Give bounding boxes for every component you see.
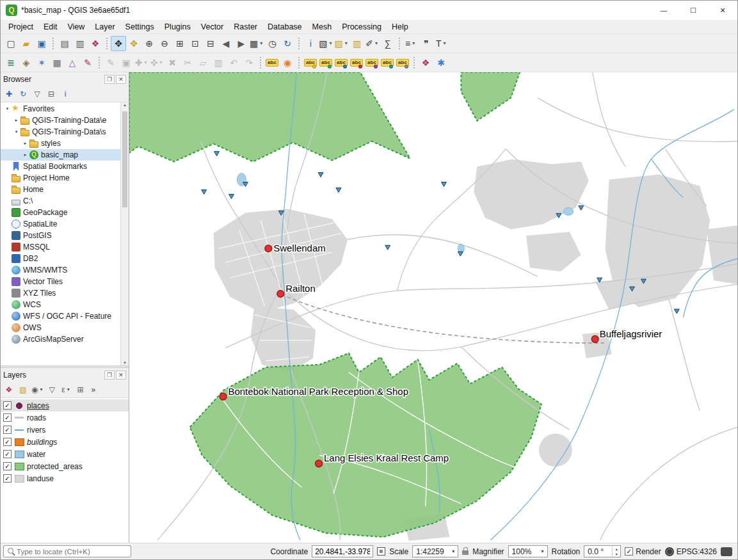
extents-toggle-icon[interactable] xyxy=(377,547,385,556)
coordinate-input[interactable] xyxy=(312,545,373,557)
zoom-in-button[interactable]: ⊕ xyxy=(141,36,157,51)
pan-map-to-selection-button[interactable]: ✥ xyxy=(126,36,141,51)
menu-item-plugins[interactable]: Plugins xyxy=(159,20,196,33)
layer-item-rivers[interactable]: ✓rivers xyxy=(1,424,129,436)
layers-close-button[interactable]: ✕ xyxy=(116,371,126,380)
layers-toolbar-overflow-button[interactable]: » xyxy=(89,385,97,394)
delete-selected-button[interactable]: ✖ xyxy=(164,55,180,70)
map-canvas[interactable]: Swellendam Railton Buffeljagsrivier Bont… xyxy=(129,72,737,543)
expander-icon[interactable]: ▸ xyxy=(21,152,29,157)
browser-item-vector-tiles[interactable]: Vector Tiles xyxy=(1,276,120,287)
menu-item-settings[interactable]: Settings xyxy=(120,20,159,33)
browser-scrollbar[interactable]: ▴ ▾ xyxy=(120,102,129,365)
layer-item-water[interactable]: ✓water xyxy=(1,448,129,460)
scale-dropdown-icon[interactable]: ▾ xyxy=(449,548,458,554)
zoom-to-layer-button[interactable]: ⊟ xyxy=(203,36,218,51)
scale-lock-icon[interactable] xyxy=(462,550,469,555)
scroll-down-icon[interactable]: ▾ xyxy=(124,360,126,365)
place-marker-railton[interactable] xyxy=(277,291,284,298)
place-marker-buffeljagsrivier[interactable] xyxy=(591,335,598,342)
map-tips-button[interactable]: ❞ xyxy=(419,36,434,51)
layer-checkbox[interactable]: ✓ xyxy=(3,413,12,422)
undo-button[interactable]: ↶ xyxy=(226,55,241,70)
statistical-summary-button[interactable]: ∑ xyxy=(380,36,396,51)
maximize-button[interactable]: ☐ xyxy=(678,1,708,20)
layer-checkbox[interactable]: ✓ xyxy=(3,401,12,410)
processing-toolbox-button[interactable]: ✱ xyxy=(433,55,449,70)
messages-icon[interactable] xyxy=(721,547,732,556)
layer-checkbox[interactable]: ✓ xyxy=(3,438,12,446)
filter-legend-button[interactable]: ▽ xyxy=(45,383,58,396)
browser-item-favorites[interactable]: ▾Favorites xyxy=(1,103,120,115)
measure-dropdown-icon[interactable]: ▾ xyxy=(374,40,379,46)
place-marker-bontebok[interactable] xyxy=(220,393,227,400)
browser-item-wfs-ogc-api-feature[interactable]: WFS / OGC API - Feature xyxy=(1,310,120,322)
browser-item-basic-map[interactable]: ▸basic_map xyxy=(1,149,120,161)
temporal-controller-button[interactable]: ◷ xyxy=(264,36,280,51)
filter-by-expression-dropdown-icon[interactable]: ▾ xyxy=(66,387,71,392)
menu-item-layer[interactable]: Layer xyxy=(90,20,120,33)
attributes-toolbar-dropdown-icon[interactable]: ▾ xyxy=(411,40,416,46)
open-layer-styling-panel-button[interactable]: ❖ xyxy=(3,383,15,396)
layer-item-roads[interactable]: ✓roads xyxy=(1,412,129,424)
layer-styling-dock-button[interactable]: ❖ xyxy=(418,55,433,70)
menu-item-mesh[interactable]: Mesh xyxy=(307,20,337,33)
expander-icon[interactable]: ▾ xyxy=(12,129,20,134)
browser-item-spatial-bookmarks[interactable]: Spatial Bookmarks xyxy=(1,161,120,172)
new-map-view-button[interactable]: ▦▾ xyxy=(249,36,264,51)
expander-icon[interactable]: ▸ xyxy=(21,141,29,146)
filter-browser-button[interactable]: ▽ xyxy=(31,88,44,100)
text-annotation-dropdown-icon[interactable]: ▾ xyxy=(442,40,447,46)
crs-group[interactable]: EPSG:4326 xyxy=(665,547,717,556)
add-group-button[interactable]: ▧ xyxy=(17,383,29,396)
vertex-tool-dropdown-icon[interactable]: ▾ xyxy=(158,60,163,65)
new-project-button[interactable]: ▢ xyxy=(3,36,19,51)
refresh-browser-button[interactable]: ↻ xyxy=(17,88,29,100)
collapse-all-button[interactable]: ⊟ xyxy=(45,88,58,100)
open-project-button[interactable]: ▰ xyxy=(19,36,34,51)
new-annotation-layer-button[interactable]: ✎ xyxy=(80,55,95,70)
new-spatialite-layer-button[interactable]: ✶ xyxy=(34,55,49,70)
layer-diagram-options-button[interactable]: ◉ xyxy=(280,55,295,70)
layer-item-protected_areas[interactable]: ✓protected_areas xyxy=(1,460,129,472)
spin-down-icon[interactable]: ▾ xyxy=(613,552,620,557)
browser-item-home[interactable]: Home xyxy=(1,184,120,195)
new-map-view-dropdown-icon[interactable]: ▾ xyxy=(259,40,264,46)
render-checkbox[interactable]: ✓ xyxy=(625,547,633,556)
expand-collapse-all-button[interactable]: ⊞ xyxy=(74,383,86,396)
identify-features-button[interactable]: i xyxy=(303,36,318,51)
browser-item-wms-wmts[interactable]: WMS/WMTS xyxy=(1,264,120,276)
scroll-up-icon[interactable]: ▴ xyxy=(124,102,126,108)
menu-item-raster[interactable]: Raster xyxy=(229,20,262,33)
select-by-form-button[interactable]: ▥ xyxy=(349,36,365,51)
refresh-map-button[interactable]: ↻ xyxy=(280,36,295,51)
map-svg[interactable]: Swellendam Railton Buffeljagsrivier Bont… xyxy=(129,72,737,543)
move-label-button[interactable]: abc xyxy=(364,55,380,70)
spin-up-icon[interactable]: ▴ xyxy=(613,547,620,552)
browser-item-qgis-training-data-e[interactable]: ▸QGIS-Training-Data\e xyxy=(1,115,120,126)
highlight-pinned-labels-button[interactable]: abc xyxy=(303,55,318,70)
browser-item-postgis[interactable]: PostGIS xyxy=(1,230,120,241)
zoom-last-button[interactable]: ◀ xyxy=(218,36,234,51)
rotation-spin-buttons[interactable]: ▴ ▾ xyxy=(612,547,620,557)
browser-item-c[interactable]: C:\ xyxy=(1,195,120,207)
browser-item-xyz-tiles[interactable]: XYZ Tiles xyxy=(1,287,120,299)
rotation-spinbox[interactable]: 0.0 ° ▴ ▾ xyxy=(584,545,621,557)
browser-item-project-home[interactable]: Project Home xyxy=(1,172,120,184)
menu-item-edit[interactable]: Edit xyxy=(38,20,63,33)
layer-checkbox[interactable]: ✓ xyxy=(3,450,12,458)
browser-item-qgis-training-data-s[interactable]: ▾QGIS-Training-Data\s xyxy=(1,126,120,138)
paste-features-button[interactable]: ▥ xyxy=(211,55,226,70)
new-geopackage-layer-button[interactable]: ≣ xyxy=(3,55,19,70)
style-manager-button[interactable]: ❖ xyxy=(88,36,103,51)
new-print-layout-button[interactable]: ▤ xyxy=(57,36,72,51)
menu-item-help[interactable]: Help xyxy=(387,20,413,33)
locate-input[interactable] xyxy=(17,548,131,556)
layer-labeling-options-button[interactable]: abc xyxy=(264,55,280,70)
menu-item-project[interactable]: Project xyxy=(3,20,38,33)
pin-unpin-labels-button[interactable]: abc xyxy=(333,55,349,70)
save-layer-edits-button[interactable]: ▣ xyxy=(118,55,134,70)
browser-item-wcs[interactable]: WCS xyxy=(1,299,120,310)
menu-item-vector[interactable]: Vector xyxy=(196,20,229,33)
layers-float-button[interactable]: ❐ xyxy=(104,371,115,380)
